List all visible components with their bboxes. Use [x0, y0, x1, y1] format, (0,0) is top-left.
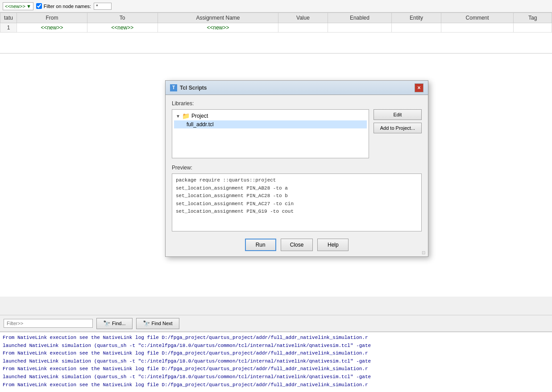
- add-to-project-button[interactable]: Add to Project...: [374, 123, 422, 133]
- preview-section: Preview: package require ::quartus::proj…: [172, 165, 422, 231]
- col-comment: Comment: [441, 13, 513, 23]
- dropdown-arrow: ▼: [26, 4, 31, 9]
- dialog-close-button[interactable]: ×: [415, 83, 423, 92]
- filter-checkbox-label: Filter on node names:: [36, 3, 91, 9]
- dropdown-label: <<new>>: [5, 4, 25, 9]
- console-line-2: launched NativeLink simulation (quartus_…: [3, 342, 549, 350]
- libraries-panel: ▼ 📁 Project full_addr.tcl Edit Add to Pr…: [172, 109, 422, 158]
- preview-area[interactable]: package require ::quartus::project set_l…: [172, 173, 422, 231]
- console-area: From NativeLink execution see the Native…: [0, 332, 552, 392]
- dialog-title-icon: T: [170, 84, 177, 91]
- cell-value[interactable]: [278, 23, 328, 33]
- col-from: From: [17, 13, 87, 23]
- close-dialog-button[interactable]: Close: [281, 239, 313, 251]
- side-buttons-panel: Edit Add to Project...: [374, 109, 422, 158]
- col-tag: Tag: [514, 13, 552, 23]
- console-line-3: From NativeLink execution see the Native…: [3, 350, 549, 358]
- find-next-button[interactable]: 🔭 Find Next: [136, 318, 179, 329]
- filter-bar: <<new>> ▼ Filter on node names:: [0, 0, 552, 12]
- libraries-label: Libraries:: [172, 100, 422, 107]
- edit-button[interactable]: Edit: [374, 109, 422, 120]
- help-button[interactable]: Help: [317, 239, 349, 251]
- binoculars-find-icon: 🔭: [103, 320, 110, 327]
- folder-icon: 📁: [182, 112, 190, 120]
- tcl-scripts-dialog: T Tcl Scripts × Libraries: ▼ 📁 Project f…: [165, 80, 428, 257]
- chevron-down-icon: ▼: [176, 114, 180, 119]
- find-next-label: Find Next: [152, 321, 173, 326]
- col-enabled: Enabled: [328, 13, 392, 23]
- col-assignment-name: Assignment Name: [158, 13, 278, 23]
- table-row[interactable]: 1 <<new>> <<new>> <<new>>: [0, 23, 552, 33]
- assignments-table: tatu From To Assignment Name Value Enabl…: [0, 12, 552, 33]
- preview-line-5: set_location_assignment PIN_AC27 -to cin: [176, 200, 418, 208]
- new-dropdown[interactable]: <<new>> ▼: [3, 2, 33, 10]
- binoculars-find-next-icon: 🔭: [143, 320, 150, 327]
- libraries-tree[interactable]: ▼ 📁 Project full_addr.tcl: [172, 109, 369, 158]
- find-label: Find...: [112, 321, 126, 326]
- cell-assignment-name[interactable]: <<new>>: [158, 23, 278, 33]
- cell-enabled[interactable]: [328, 23, 392, 33]
- filter-label-text: Filter on node names:: [44, 4, 91, 9]
- cell-comment[interactable]: [441, 23, 513, 33]
- cell-to[interactable]: <<new>>: [87, 23, 158, 33]
- console-line-1: From NativeLink execution see the Native…: [3, 334, 549, 342]
- col-to: To: [87, 13, 158, 23]
- cell-entity[interactable]: [392, 23, 441, 33]
- file-label: full_addr.tcl: [187, 121, 214, 128]
- bottom-filter-bar: 🔭 Find... 🔭 Find Next: [0, 315, 552, 332]
- project-label: Project: [191, 113, 208, 119]
- filter-checkbox[interactable]: [36, 3, 42, 9]
- filter-value-input[interactable]: [94, 3, 112, 10]
- console-line-5: From NativeLink execution see the Native…: [3, 365, 549, 373]
- preview-label: Preview:: [172, 165, 422, 171]
- dialog-titlebar: T Tcl Scripts ×: [166, 81, 428, 95]
- resize-handle[interactable]: ⊡: [422, 250, 427, 256]
- console-line-7: From NativeLink execution see the Native…: [3, 381, 549, 389]
- tree-project-item[interactable]: ▼ 📁 Project: [174, 111, 367, 120]
- row-num: 1: [0, 23, 17, 33]
- preview-line-4: set_location_assignment PIN_AC28 -to b: [176, 192, 418, 200]
- tree-file-item[interactable]: full_addr.tcl: [174, 120, 367, 128]
- col-entity: Entity: [392, 13, 441, 23]
- dialog-footer: Run Close Help: [172, 237, 422, 251]
- preview-line-6: set_location_assignment PIN_G19 -to cout: [176, 208, 418, 216]
- col-status: tatu: [0, 13, 17, 23]
- col-value: Value: [278, 13, 328, 23]
- dialog-title-text: Tcl Scripts: [180, 85, 207, 91]
- table-area: <<new>> ▼ Filter on node names: tatu Fro…: [0, 0, 552, 54]
- cell-tag[interactable]: [514, 23, 552, 33]
- preview-line-3: set_location_assignment PIN_AB28 -to a: [176, 185, 418, 193]
- cell-from[interactable]: <<new>>: [17, 23, 87, 33]
- console-line-6: launched NativeLink simulation (quartus_…: [3, 373, 549, 381]
- console-line-4: launched NativeLink simulation (quartus_…: [3, 358, 549, 366]
- find-button[interactable]: 🔭 Find...: [96, 318, 133, 329]
- preview-line-1: package require ::quartus::project: [176, 177, 418, 185]
- run-button[interactable]: Run: [245, 239, 276, 251]
- dialog-title-container: T Tcl Scripts: [170, 84, 207, 91]
- dialog-content: Libraries: ▼ 📁 Project full_addr.tcl Edi…: [166, 95, 428, 256]
- bottom-filter-input[interactable]: [4, 319, 93, 328]
